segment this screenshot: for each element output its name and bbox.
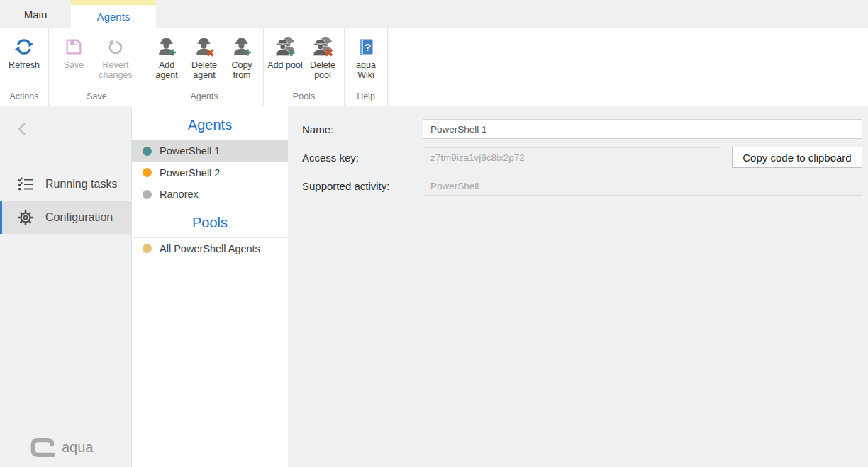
pool-list-item-all-powershell-agents[interactable]: All PowerShell Agents	[132, 238, 288, 260]
ribbon-tabbar: Main Agents	[0, 0, 868, 28]
name-input[interactable]	[423, 119, 862, 139]
ribbon: Refresh Actions Save	[0, 28, 868, 106]
aqua-logo-icon	[30, 437, 55, 458]
delete-pool-icon	[311, 33, 334, 60]
ribbon-group-save: Save Revert changes Save	[49, 28, 145, 106]
delete-pool-button[interactable]: Delete pool	[305, 33, 340, 81]
add-agent-label: Add agent	[149, 60, 184, 81]
sidebar: Running tasks	[0, 106, 132, 467]
task-list-icon	[16, 175, 35, 193]
refresh-label: Refresh	[9, 60, 40, 70]
revert-changes-label: Revert changes	[94, 60, 138, 81]
wiki-book-icon: ?	[356, 33, 376, 60]
copy-code-to-clipboard-button[interactable]: Copy code to clipboard	[732, 147, 862, 168]
ribbon-group-pools: Add pool	[264, 28, 345, 106]
agent-list-item-powershell-2[interactable]: PowerShell 2	[132, 162, 288, 184]
group-label-save: Save	[56, 89, 138, 104]
agent-label: PowerShell 2	[160, 167, 220, 179]
aqua-logo: aqua	[30, 437, 94, 458]
access-key-label: Access key:	[302, 152, 423, 164]
supported-activity-input	[423, 176, 862, 196]
agent-label: PowerShell 1	[160, 145, 220, 157]
group-label-actions: Actions	[4, 89, 45, 104]
sidebar-collapse-button[interactable]	[16, 120, 31, 137]
agent-label: Ranorex	[160, 189, 199, 200]
pool-label: All PowerShell Agents	[160, 243, 260, 254]
agent-detail-panel: Name: Access key: Copy code to clipboard…	[288, 106, 868, 467]
configuration-label: Configuration	[45, 211, 113, 224]
save-label: Save	[64, 60, 84, 70]
refresh-button[interactable]: Refresh	[4, 33, 45, 70]
tab-main[interactable]: Main	[0, 0, 71, 28]
status-dot	[143, 190, 152, 199]
delete-agent-label: Delete agent	[187, 60, 222, 81]
ribbon-group-help: ? aqua Wiki Help	[345, 28, 388, 106]
add-agent-icon	[156, 33, 177, 60]
save-button: Save	[56, 33, 91, 70]
revert-icon	[106, 33, 126, 60]
agents-heading: Agents	[132, 113, 288, 140]
svg-text:?: ?	[365, 41, 371, 53]
save-icon	[64, 33, 84, 60]
access-key-input	[423, 147, 720, 167]
status-dot	[143, 168, 152, 177]
copy-from-button[interactable]: Copy from	[224, 33, 260, 81]
refresh-icon	[13, 33, 35, 60]
copy-from-icon	[231, 33, 252, 60]
add-pool-icon	[274, 33, 296, 60]
aqua-wiki-button[interactable]: ? aqua Wiki	[348, 33, 384, 81]
aqua-logo-text: aqua	[62, 439, 94, 456]
chevron-left-icon	[16, 120, 30, 137]
delete-agent-icon	[194, 33, 215, 60]
tab-agents[interactable]: Agents	[71, 0, 156, 28]
ribbon-group-agents: Add agent Delete agent	[145, 28, 264, 106]
group-label-agents: Agents	[149, 89, 260, 104]
agent-list-item-powershell-1[interactable]: PowerShell 1	[132, 140, 288, 162]
delete-pool-label: Delete pool	[305, 60, 340, 81]
group-label-help: Help	[348, 89, 384, 104]
supported-activity-label: Supported activity:	[302, 180, 423, 192]
revert-changes-button: Revert changes	[94, 33, 138, 81]
gear-icon	[16, 208, 35, 227]
group-label-pools: Pools	[267, 89, 340, 104]
sidebar-item-running-tasks[interactable]: Running tasks	[0, 167, 131, 201]
pools-heading: Pools	[132, 210, 288, 238]
status-dot	[143, 147, 152, 156]
name-label: Name:	[302, 123, 423, 135]
sidebar-item-configuration[interactable]: Configuration	[0, 201, 131, 234]
running-tasks-label: Running tasks	[45, 178, 117, 191]
add-pool-label: Add pool	[267, 60, 302, 70]
agent-list-item-ranorex[interactable]: Ranorex	[132, 184, 288, 206]
agents-pools-panel: Agents PowerShell 1 PowerShell 2 Ranorex…	[132, 106, 288, 467]
aqua-wiki-label: aqua Wiki	[348, 60, 384, 81]
status-dot	[143, 244, 152, 253]
ribbon-group-actions: Refresh Actions	[0, 28, 49, 106]
add-agent-button[interactable]: Add agent	[149, 33, 184, 81]
add-pool-button[interactable]: Add pool	[267, 33, 303, 70]
copy-from-label: Copy from	[224, 60, 260, 81]
delete-agent-button[interactable]: Delete agent	[187, 33, 222, 81]
